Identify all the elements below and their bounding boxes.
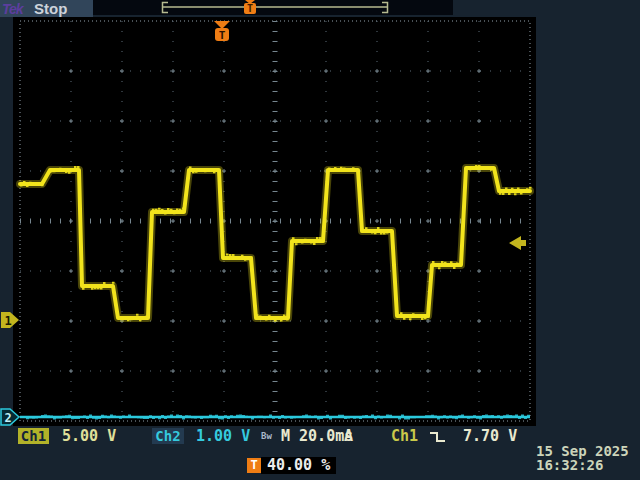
trigger-mode-readout: A — [344, 428, 353, 444]
svg-text:2: 2 — [4, 411, 11, 425]
scope-display: TT12 — [0, 0, 640, 480]
timebase-readout: M 20.0ms — [281, 428, 353, 444]
acquisition-status: Stop — [34, 0, 67, 17]
svg-text:T: T — [247, 3, 253, 14]
ch2-scale-readout: 1.00 V — [196, 428, 250, 444]
svg-text:T: T — [219, 29, 226, 42]
falling-edge-icon — [429, 431, 447, 443]
ch1-scale-readout: 5.00 V — [62, 428, 116, 444]
time-readout: 16:32:26 — [536, 457, 603, 473]
trigger-level-readout: 7.70 V — [463, 428, 517, 444]
svg-text:1: 1 — [4, 314, 11, 328]
ch2-badge: Ch2 — [152, 428, 184, 444]
trigger-position-readout: 40.00 % — [261, 457, 336, 474]
tek-logo: Tek — [2, 1, 23, 17]
oscilloscope-screen: TT12 Tek Stop Ch1 5.00 V Ch2 1.00 V Bw M… — [0, 0, 640, 480]
trigger-t-icon: T — [247, 458, 261, 473]
ch2-bandwidth-indicator: Bw — [261, 431, 272, 441]
trigger-source-readout: Ch1 — [391, 428, 418, 444]
ch1-badge: Ch1 — [18, 428, 49, 444]
